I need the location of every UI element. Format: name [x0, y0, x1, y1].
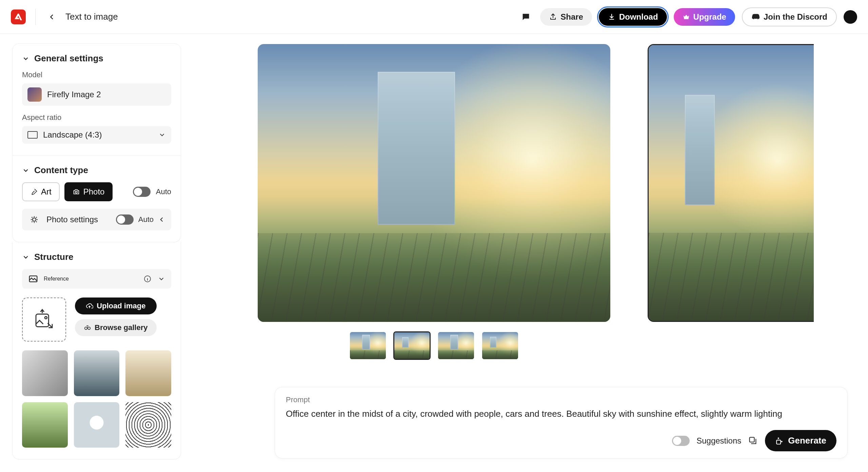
chevron-down-icon — [158, 275, 165, 283]
chevron-down-icon — [158, 131, 166, 139]
page-title: Text to image — [65, 12, 118, 22]
svg-point-5 — [45, 316, 47, 319]
reference-tile[interactable] — [125, 402, 171, 448]
reference-label: Reference — [44, 276, 69, 282]
result-thumbnail[interactable] — [437, 331, 475, 360]
svg-rect-8 — [750, 437, 754, 442]
upgrade-button[interactable]: Upgrade — [674, 8, 735, 26]
user-avatar[interactable] — [844, 10, 857, 24]
browse-gallery-label: Browse gallery — [95, 323, 148, 332]
crown-icon — [683, 13, 690, 21]
back-button[interactable] — [45, 10, 59, 24]
download-icon — [608, 13, 616, 21]
general-settings-panel: General settings Model Firefly Image 2 A… — [12, 43, 181, 156]
content-auto-label: Auto — [156, 187, 171, 196]
chevron-down-icon — [22, 253, 29, 261]
main-content: Prompt Office center in the midst of a c… — [193, 34, 868, 472]
suggestions-icon[interactable] — [748, 436, 758, 446]
info-icon[interactable] — [143, 275, 152, 283]
suggestions-toggle[interactable] — [672, 436, 690, 446]
photo-settings-row[interactable]: Photo settings Auto — [22, 209, 171, 230]
result-thumbnail[interactable] — [349, 331, 387, 360]
reference-tile[interactable] — [22, 402, 68, 448]
result-thumbnail[interactable] — [481, 331, 519, 360]
result-gallery — [197, 44, 854, 377]
upload-placeholder-icon — [33, 309, 55, 330]
reference-row[interactable]: Reference — [22, 269, 171, 289]
adobe-logo[interactable] — [11, 9, 26, 24]
sliders-icon — [28, 213, 40, 226]
photo-settings-auto-toggle[interactable] — [116, 214, 134, 225]
chevron-left-icon — [158, 216, 165, 223]
download-label: Download — [619, 12, 658, 22]
result-image-secondary[interactable] — [648, 44, 814, 322]
aspect-selector[interactable]: Landscape (4:3) — [22, 126, 171, 144]
structure-panel: Structure Reference — [12, 242, 181, 459]
reference-tile[interactable] — [125, 350, 171, 396]
general-settings-title: General settings — [34, 53, 103, 64]
download-button[interactable]: Download — [599, 8, 667, 26]
aspect-value: Landscape (4:3) — [43, 130, 102, 140]
reference-tile[interactable] — [74, 350, 120, 396]
model-thumb-icon — [27, 87, 42, 102]
photo-settings-auto-label: Auto — [138, 215, 154, 224]
settings-sidebar: General settings Model Firefly Image 2 A… — [0, 34, 193, 472]
header-divider — [35, 9, 36, 25]
reference-tile[interactable] — [74, 402, 120, 448]
result-thumbnails — [258, 331, 610, 360]
content-type-panel: Content type Art Photo Auto — [12, 156, 181, 242]
sparkle-icon — [775, 436, 784, 445]
structure-header[interactable]: Structure — [22, 252, 171, 262]
aspect-field-label: Aspect ratio — [22, 113, 171, 122]
landscape-icon — [27, 131, 38, 139]
content-auto-toggle[interactable] — [133, 187, 151, 197]
prompt-card: Prompt Office center in the midst of a c… — [275, 387, 848, 458]
upload-image-button[interactable]: Upload image — [75, 297, 157, 314]
svg-rect-4 — [36, 314, 48, 327]
app-header: Text to image Share Download Upgrade Joi… — [0, 0, 868, 34]
photo-button[interactable]: Photo — [64, 182, 113, 201]
upgrade-label: Upgrade — [693, 12, 726, 22]
prompt-text[interactable]: Office center in the midst of a city, cr… — [286, 408, 836, 420]
upload-image-label: Upload image — [97, 302, 145, 310]
general-settings-header[interactable]: General settings — [22, 53, 171, 64]
discord-label: Join the Discord — [764, 12, 827, 22]
cloud-upload-icon — [86, 302, 93, 310]
result-thumbnail[interactable] — [393, 331, 431, 360]
discord-icon — [751, 13, 760, 21]
result-image-primary[interactable] — [258, 44, 610, 322]
upload-dropzone[interactable] — [22, 297, 66, 342]
chevron-down-icon — [22, 167, 29, 174]
model-value: Firefly Image 2 — [47, 90, 101, 99]
binoculars-icon — [84, 324, 91, 331]
structure-title: Structure — [34, 252, 74, 262]
image-icon — [28, 274, 38, 284]
photo-label: Photo — [83, 187, 105, 197]
camera-icon — [73, 188, 80, 196]
model-selector[interactable]: Firefly Image 2 — [22, 83, 171, 106]
suggestions-label: Suggestions — [696, 436, 741, 446]
generate-button[interactable]: Generate — [765, 430, 836, 451]
generate-label: Generate — [788, 435, 826, 446]
share-button[interactable]: Share — [540, 8, 592, 26]
discord-button[interactable]: Join the Discord — [742, 7, 837, 26]
svg-rect-9 — [777, 440, 781, 444]
content-type-title: Content type — [34, 165, 88, 176]
brush-icon — [30, 188, 38, 196]
notes-icon[interactable] — [518, 9, 533, 24]
model-field-label: Model — [22, 70, 171, 79]
reference-tile[interactable] — [22, 350, 68, 396]
art-label: Art — [41, 187, 52, 197]
svg-point-7 — [88, 327, 90, 329]
svg-point-1 — [33, 218, 36, 221]
reference-gallery — [22, 350, 171, 448]
share-icon — [549, 13, 557, 21]
svg-point-6 — [85, 327, 87, 329]
content-type-header[interactable]: Content type — [22, 165, 171, 176]
chevron-down-icon — [22, 55, 29, 62]
browse-gallery-button[interactable]: Browse gallery — [75, 319, 157, 336]
svg-point-0 — [75, 191, 77, 193]
art-button[interactable]: Art — [22, 182, 60, 201]
share-label: Share — [560, 12, 583, 22]
photo-settings-label: Photo settings — [46, 215, 98, 224]
